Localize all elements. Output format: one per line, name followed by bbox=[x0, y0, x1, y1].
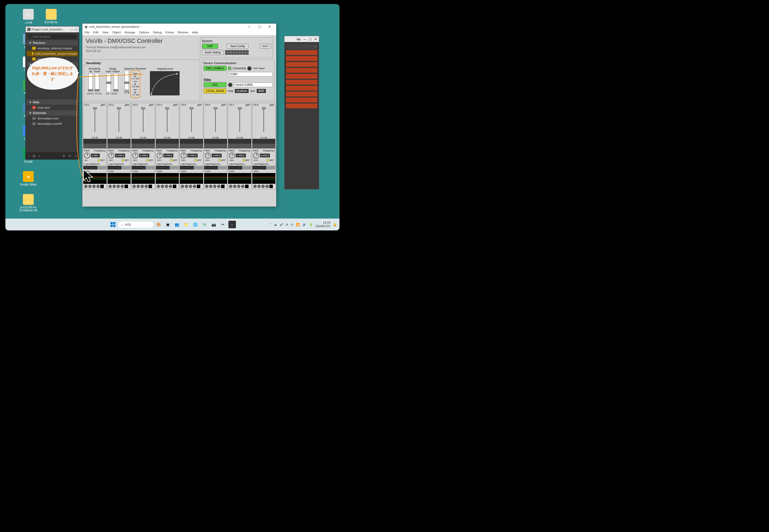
tray-notifications-icon[interactable]: 🔔 bbox=[333, 223, 337, 226]
project-titlebar[interactable]: Project (ccbt_tonechim... — ▢ bbox=[26, 26, 79, 32]
dsp-button[interactable]: DSP bbox=[202, 44, 218, 49]
osc-button[interactable]: OSC bbox=[203, 82, 226, 87]
menu-window[interactable]: Window bbox=[178, 31, 188, 34]
gain-slider[interactable] bbox=[143, 108, 143, 132]
local-mode-button[interactable]: LOCAL_MODE bbox=[203, 88, 226, 94]
refresh-icon[interactable]: ↻ bbox=[74, 154, 77, 158]
connected-checkbox[interactable] bbox=[228, 67, 231, 70]
maximize-icon[interactable]: ▢ bbox=[75, 28, 77, 31]
section-data[interactable]: ▼ Data bbox=[27, 99, 78, 105]
gain-slider[interactable] bbox=[119, 108, 119, 132]
tb-app-icon[interactable]: 🎨 bbox=[155, 221, 163, 228]
pitch-knob[interactable] bbox=[253, 153, 259, 158]
range-output-slider[interactable] bbox=[114, 73, 118, 92]
frequency-value[interactable]: ▸830.6 bbox=[163, 154, 174, 157]
section-patchers[interactable]: ▼ Patchers bbox=[27, 40, 78, 46]
high-slider[interactable] bbox=[134, 75, 136, 77]
tb-app-icon[interactable]: W bbox=[201, 221, 208, 228]
dmx-enable-button[interactable]: DMX_ENABLE bbox=[203, 66, 226, 71]
tray-chevron-icon[interactable]: ⌃ bbox=[269, 223, 271, 226]
desktop-icon-ezcad[interactable]: 📁EZCAD for bbox=[42, 9, 61, 24]
project-filter[interactable]: ⌕ Filter by Name bbox=[28, 34, 77, 39]
start-button[interactable] bbox=[109, 221, 117, 228]
com-port-input[interactable]: COM3 bbox=[228, 72, 272, 77]
menu-arrange[interactable]: Arrange bbox=[125, 31, 135, 34]
main-titlebar[interactable]: ▣ ccbt_tonechime_sensor (presentation) —… bbox=[82, 24, 276, 30]
low-slider[interactable] bbox=[134, 91, 136, 93]
maximize-icon[interactable]: ▢ bbox=[309, 37, 312, 41]
patcher-item[interactable]: Penvelope_detector.maxpat bbox=[27, 46, 78, 51]
gain-slider[interactable] bbox=[263, 108, 264, 132]
menu-debug[interactable]: Debug bbox=[153, 31, 161, 34]
bpf-checkbox[interactable] bbox=[267, 159, 269, 161]
bpf-checkbox[interactable] bbox=[218, 159, 221, 161]
bpf-checkbox[interactable] bbox=[243, 159, 245, 161]
osc-address[interactable]: /tone/1 0.0000 bbox=[234, 82, 272, 87]
gear-icon[interactable]: ⚙ bbox=[68, 154, 71, 158]
frequency-value[interactable]: ▸830.6 bbox=[187, 154, 198, 157]
menu-help[interactable]: Help bbox=[192, 31, 198, 34]
port-input[interactable]: 8888 bbox=[257, 89, 266, 93]
tb-taskview-icon[interactable]: ▣ bbox=[164, 221, 172, 228]
frequency-value[interactable]: ▸880. bbox=[91, 154, 100, 157]
close-icon[interactable]: ✕ bbox=[265, 25, 274, 29]
maximize-icon[interactable]: ▢ bbox=[255, 25, 264, 29]
pitch-knob[interactable] bbox=[229, 153, 235, 158]
smoothing-up-slider[interactable] bbox=[88, 73, 93, 92]
add-icon[interactable]: + bbox=[28, 154, 29, 157]
tb-max-icon[interactable]: ♪ bbox=[228, 221, 236, 228]
gain-slider[interactable] bbox=[215, 108, 216, 132]
bpf-checkbox[interactable] bbox=[194, 159, 197, 161]
tray-clock-icon[interactable]: ◷ bbox=[291, 223, 293, 226]
tray-clock[interactable]: 14:24 2024/07/23 bbox=[315, 221, 330, 228]
gain-slider[interactable] bbox=[239, 108, 240, 132]
menu-options[interactable]: Options bbox=[139, 31, 149, 34]
frequency-value[interactable]: ▸830.6 bbox=[115, 154, 125, 157]
external-item[interactable]: Odmxusbpro.mxe64 bbox=[27, 121, 78, 126]
frequency-value[interactable]: ▸830.6 bbox=[236, 154, 246, 157]
menu-object[interactable]: Object bbox=[112, 31, 121, 34]
bpf-checkbox[interactable] bbox=[98, 159, 100, 161]
mapping-curve[interactable] bbox=[150, 71, 179, 95]
plus-icon[interactable]: + bbox=[314, 44, 316, 49]
data-item[interactable]: JSmain.json bbox=[27, 105, 78, 110]
smoothing-down-slider[interactable] bbox=[95, 73, 99, 92]
section-externals[interactable]: ▼ Externals bbox=[27, 110, 78, 116]
save-config-button[interactable]: Save Config bbox=[227, 44, 248, 49]
layers-icon[interactable]: ❖ bbox=[63, 154, 65, 158]
patcher-item-selected[interactable]: Pccbt_tonechime_sensor.maxpat bbox=[27, 51, 78, 56]
host-input[interactable]: localhost bbox=[235, 89, 248, 93]
help-menu-item[interactable]: elp bbox=[296, 37, 301, 41]
desktop-icon-ja-ezcad[interactable]: 📁ja-EZCAD for ComMarker B4 bbox=[19, 194, 38, 212]
gain-slider[interactable] bbox=[167, 108, 167, 132]
attack-slider[interactable] bbox=[125, 71, 129, 89]
tray-mic-icon[interactable]: 🎤 bbox=[279, 223, 283, 226]
audio-setting-button[interactable]: Audio Setting bbox=[202, 50, 223, 55]
external-item[interactable]: Odmxusbpro.mxo bbox=[27, 116, 78, 121]
frequency-value[interactable]: ▸830.6 bbox=[260, 154, 270, 157]
list-icon[interactable]: ≡ bbox=[39, 154, 40, 157]
tb-chrome-icon[interactable]: 🌐 bbox=[192, 221, 199, 228]
chat-icon[interactable]: ▤ bbox=[33, 154, 35, 158]
bpf-checkbox[interactable] bbox=[170, 159, 172, 161]
pitch-knob[interactable] bbox=[157, 153, 163, 158]
gain-slider[interactable] bbox=[191, 108, 192, 132]
tb-camera-icon[interactable]: 📷 bbox=[210, 221, 218, 228]
pitch-knob[interactable] bbox=[181, 153, 187, 158]
close-icon[interactable]: ✕ bbox=[314, 37, 317, 41]
menu-edit[interactable]: Edit bbox=[93, 31, 98, 34]
frequency-value[interactable]: ▸830.6 bbox=[212, 154, 222, 157]
tray-cloud-icon[interactable]: ☁ bbox=[274, 223, 277, 226]
gain-slider[interactable] bbox=[95, 108, 95, 132]
tray-battery-icon[interactable]: 🔋 bbox=[309, 223, 313, 226]
taskbar-search[interactable]: ⌕検索 bbox=[118, 222, 153, 228]
minimize-icon[interactable]: — bbox=[245, 25, 253, 29]
bpf-checkbox[interactable] bbox=[122, 159, 124, 161]
desktop-icon-trash[interactable]: 🗑ごみ箱 bbox=[19, 9, 38, 25]
menu-extras[interactable]: Extras bbox=[165, 31, 174, 34]
pitch-knob[interactable] bbox=[132, 153, 138, 158]
frequency-value[interactable]: ▸830.6 bbox=[139, 154, 149, 157]
demo-button[interactable]: DEMO bbox=[260, 44, 271, 49]
minimize-icon[interactable]: — bbox=[71, 28, 74, 31]
menu-file[interactable]: File bbox=[85, 31, 89, 34]
